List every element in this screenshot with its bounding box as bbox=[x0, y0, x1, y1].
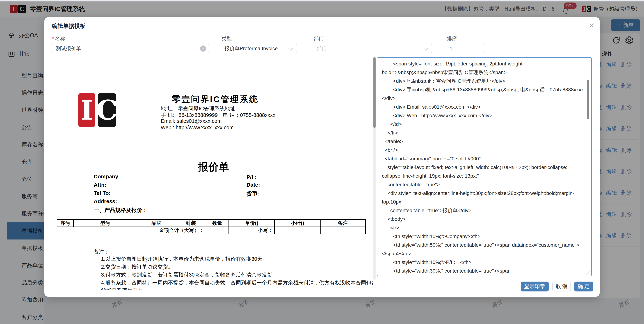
invoice-field-currency: 货币: bbox=[246, 190, 259, 198]
invoice-field-address: Address: bbox=[94, 198, 117, 204]
invoice-note-line-clipped: 的货品及预付定金。 bbox=[101, 287, 148, 290]
resize-handle-icon[interactable] bbox=[585, 270, 590, 275]
sort-field[interactable] bbox=[446, 44, 485, 53]
close-icon[interactable]: × bbox=[589, 20, 594, 30]
name-label: *名称 bbox=[52, 35, 65, 42]
invoice-phone: 手 机: +86-13x88889999 电 话：0755-8888xxxx bbox=[161, 112, 276, 119]
template-code-editor[interactable]: <span style="font-size: 19pt;letter-spac… bbox=[377, 57, 592, 276]
small-label-cell: 小写： bbox=[229, 227, 274, 234]
invoice-field-telto: Tel To: bbox=[94, 190, 110, 196]
sort-label: 排序 bbox=[447, 35, 457, 42]
total-label-cell: 金额合计（大写）： bbox=[57, 227, 206, 234]
edit-template-dialog: 编辑单据模板 × *名称 × 类型 报价单Proforma Invoice 部门… bbox=[44, 17, 600, 297]
top-strip bbox=[0, 0, 644, 2]
type-select[interactable]: 报价单Proforma Invoice bbox=[220, 44, 297, 53]
invoice-web: Web : http://www.xxxx_xxx.com bbox=[161, 124, 234, 130]
invoice-doc-title: 报价单 bbox=[54, 160, 373, 174]
dialog-title: 编辑单据模板 bbox=[52, 22, 86, 30]
invoice-note-line: 2.交货日期：按订单协议交货。 bbox=[101, 264, 173, 270]
dept-label: 部门 bbox=[314, 35, 324, 42]
sort-input[interactable] bbox=[446, 46, 485, 52]
template-code-text[interactable]: <span style="font-size: 19pt;letter-spac… bbox=[382, 60, 585, 275]
show-stamp-button[interactable]: 显示印章 bbox=[521, 282, 549, 292]
invoice-section-title: 一、产品规格及报价： bbox=[94, 206, 148, 214]
cancel-button[interactable]: 取 消 bbox=[552, 282, 571, 292]
empty-cell bbox=[274, 227, 320, 234]
editor-scrollbar-thumb[interactable] bbox=[587, 80, 589, 119]
invoice-notes-title: 备注： bbox=[94, 248, 109, 256]
name-input[interactable] bbox=[52, 46, 200, 52]
empty-cell bbox=[320, 227, 365, 234]
type-label: 类型 bbox=[222, 35, 232, 42]
invoice-field-pi: P/I： bbox=[246, 174, 258, 181]
invoice-header-row: 序号 型号 品牌 封装 数量 单价() 小计() 备注 bbox=[57, 220, 366, 227]
invoice-field-company: Company: bbox=[94, 174, 120, 180]
invoice-total-row: 金额合计（大写）： 小写： bbox=[57, 227, 366, 234]
name-field[interactable]: × bbox=[52, 44, 209, 53]
template-preview[interactable]: I C 零壹问界IC管理系统 地 址：零壹问界IC管理系统地址 手 机: +86… bbox=[54, 57, 373, 290]
invoice-field-date: Date: bbox=[246, 182, 260, 188]
empty-cell bbox=[206, 227, 229, 234]
invoice-field-attn: Attn: bbox=[94, 182, 106, 188]
clear-icon[interactable]: × bbox=[200, 46, 206, 52]
invoice-email: Email: sales01@xxxx.com bbox=[161, 118, 222, 124]
invoice-note-line: 1.以上报价自即日起开始执行，本单价为未含税单价，报价有效期30天。 bbox=[101, 256, 268, 263]
confirm-button[interactable]: 确 定 bbox=[574, 282, 593, 292]
chevron-down-icon bbox=[288, 46, 293, 50]
invoice-logo: I C bbox=[78, 93, 116, 127]
invoice-company-name: 零壹问界IC管理系统 bbox=[172, 94, 259, 105]
type-select-value: 报价单Proforma Invoice bbox=[221, 45, 287, 52]
chevron-down-icon bbox=[423, 46, 428, 50]
invoice-note-line: 3.付款方式：款到发货。若订货需预付30%定金，货物备齐后付清余款发货。 bbox=[101, 271, 278, 278]
preview-scrollbar-thumb[interactable] bbox=[374, 57, 376, 128]
required-asterisk: * bbox=[52, 36, 54, 41]
invoice-address: 地 址：零壹问界IC管理系统地址 bbox=[161, 105, 235, 112]
dept-select[interactable]: 部门 bbox=[313, 44, 432, 53]
invoice-note-line: 4.服务条款：合同签订一周内不提货，本合同自动失效，合同到期后一个月内需方余额未… bbox=[101, 279, 373, 286]
dept-select-placeholder: 部门 bbox=[313, 45, 422, 52]
invoice-items-table: 序号 型号 品牌 封装 数量 单价() 小计() 备注 金额合计（大写）： 小写… bbox=[57, 219, 366, 234]
